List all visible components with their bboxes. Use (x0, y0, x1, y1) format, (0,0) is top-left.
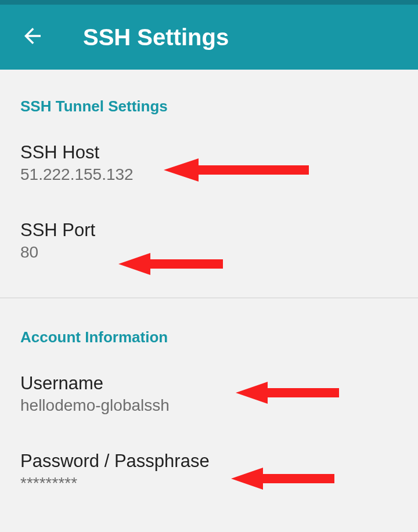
password-value: ********* (20, 474, 418, 493)
tunnel-section-header: SSH Tunnel Settings (0, 97, 418, 115)
ssh-host-setting[interactable]: SSH Host 51.222.155.132 (0, 142, 418, 184)
account-section-header: Account Information (0, 328, 418, 346)
back-arrow-icon[interactable] (20, 24, 45, 50)
ssh-host-value: 51.222.155.132 (20, 165, 418, 184)
username-label: Username (20, 373, 418, 394)
ssh-host-label: SSH Host (20, 142, 418, 163)
app-header: SSH Settings (0, 5, 418, 70)
section-divider (0, 298, 418, 298)
ssh-port-setting[interactable]: SSH Port 80 (0, 220, 418, 262)
ssh-port-value: 80 (20, 243, 418, 262)
status-bar (0, 0, 418, 5)
settings-content: SSH Tunnel Settings SSH Host 51.222.155.… (0, 70, 418, 493)
username-value: hellodemo-globalssh (20, 396, 418, 415)
username-setting[interactable]: Username hellodemo-globalssh (0, 373, 418, 415)
password-label: Password / Passphrase (20, 451, 418, 472)
password-setting[interactable]: Password / Passphrase ********* (0, 451, 418, 493)
ssh-port-label: SSH Port (20, 220, 418, 241)
page-title: SSH Settings (83, 24, 229, 50)
